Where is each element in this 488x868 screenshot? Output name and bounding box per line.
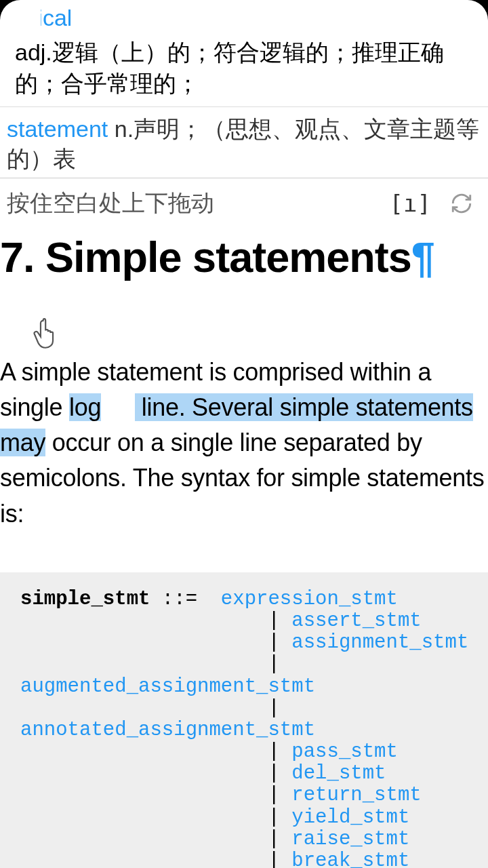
grammar-link[interactable]: raise_stmt xyxy=(291,828,409,850)
page-title: 7. Simple statements¶ xyxy=(0,223,488,285)
sentence-brackets-icon[interactable]: [ı] xyxy=(390,190,431,217)
dictionary-entry-1[interactable]: logical adj.逻辑（上）的；符合逻辑的；推理正确的；合乎常理的； xyxy=(0,0,488,107)
para-text-2: occur on a single line separated by semi… xyxy=(0,429,484,527)
grammar-op: ::= xyxy=(150,588,220,610)
grammar-link[interactable]: assignment_stmt xyxy=(291,631,468,654)
drag-hint-text: 按住空白处上下拖动 xyxy=(7,188,390,219)
dict-word-1[interactable]: logical xyxy=(7,4,481,32)
grammar-link[interactable]: augmented_assignment_stmt xyxy=(20,675,315,698)
grammar-link[interactable]: assert_stmt xyxy=(291,610,421,632)
grammar-link[interactable]: return_stmt xyxy=(291,784,421,806)
hint-bar: 按住空白处上下拖动 [ı] xyxy=(0,178,488,223)
highlight-1[interactable]: log xyxy=(69,393,101,421)
grammar-link[interactable]: del_stmt xyxy=(291,762,386,785)
dictionary-entry-2[interactable]: statement n.声明；（思想、观点、文章主题等的）表 xyxy=(0,107,488,178)
heading-text: 7. Simple statements xyxy=(0,233,411,281)
grammar-link[interactable]: yield_stmt xyxy=(291,806,409,829)
intro-paragraph[interactable]: A simple statement is comprised within a… xyxy=(0,285,488,532)
grammar-link[interactable]: expression_stmt xyxy=(221,588,398,610)
dict-definition-1: adj.逻辑（上）的；符合逻辑的；推理正确的；合乎常理的； xyxy=(7,32,481,100)
grammar-lhs: simple_stmt xyxy=(20,588,150,610)
grammar-link[interactable]: annotated_assignment_stmt xyxy=(20,719,315,741)
pointer-hand-icon xyxy=(27,313,66,353)
dict-word-2[interactable]: statement xyxy=(7,116,108,142)
grammar-link[interactable]: break_stmt xyxy=(291,850,409,868)
grammar-link[interactable]: pass_stmt xyxy=(291,741,398,763)
pilcrow-icon[interactable]: ¶ xyxy=(411,233,434,281)
refresh-icon[interactable] xyxy=(450,192,473,215)
grammar-code-block[interactable]: simple_stmt ::= expression_stmt | assert… xyxy=(0,572,488,868)
